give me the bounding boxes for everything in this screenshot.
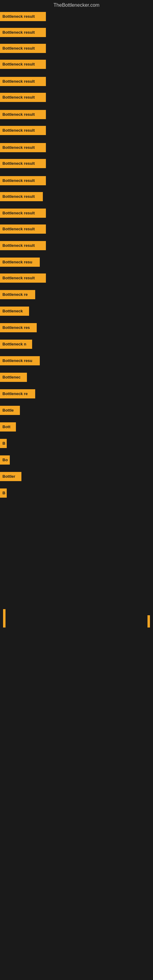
bottleneck-label-1: Bottleneck result [0,28,46,37]
bottleneck-label-17: Bottleneck re [0,290,35,299]
site-title: TheBottlenecker.com [0,0,153,10]
bar-row-5: Bottleneck result [0,93,153,103]
bottleneck-label-29: B [0,488,7,498]
bar-row-2: Bottleneck result [0,44,153,54]
footer-area [0,634,153,695]
bar-row-9: Bottleneck result [0,159,153,169]
bottleneck-label-11: Bottleneck result [0,192,43,201]
bottleneck-label-10: Bottleneck result [0,176,46,185]
bar-row-23: Bottleneck re [0,389,153,400]
bar-row-28: Bottler [0,472,153,482]
bottom-chart [0,511,153,634]
bar-row-29: B [0,488,153,499]
bottleneck-label-14: Bottleneck result [0,241,46,250]
bar-row-22: Bottlenec [0,373,153,383]
bottleneck-label-28: Bottler [0,472,21,481]
bar-row-27: Bo [0,455,153,466]
bottleneck-label-18: Bottleneck [0,307,29,316]
bar-row-16: Bottleneck result [0,274,153,284]
bottleneck-label-22: Bottlenec [0,373,27,382]
bar-row-17: Bottleneck re [0,290,153,301]
bar-row-7: Bottleneck result [0,126,153,136]
bottleneck-label-15: Bottleneck resu [0,258,40,267]
bottleneck-label-12: Bottleneck result [0,208,46,218]
bar-row-24: Bottle [0,406,153,416]
bottleneck-label-7: Bottleneck result [0,126,46,135]
bar-row-3: Bottleneck result [0,60,153,70]
chart-bar-1 [3,609,5,627]
bottleneck-label-13: Bottleneck result [0,224,46,234]
bottleneck-label-19: Bottleneck res [0,323,37,332]
bottleneck-label-6: Bottleneck result [0,110,46,119]
site-title-text: TheBottlenecker.com [54,2,99,8]
bottleneck-label-21: Bottleneck resu [0,356,40,365]
bar-row-18: Bottleneck [0,307,153,317]
bottleneck-label-8: Bottleneck result [0,143,46,152]
bottleneck-label-25: Bott [0,422,16,431]
bottleneck-label-9: Bottleneck result [0,159,46,168]
bar-row-4: Bottleneck result [0,77,153,87]
bar-row-0: Bottleneck result [0,12,153,22]
bars-container: Bottleneck resultBottleneck resultBottle… [0,12,153,499]
bar-row-25: Bott [0,422,153,433]
bottleneck-label-0: Bottleneck result [0,12,46,21]
bar-row-10: Bottleneck result [0,176,153,186]
bar-row-21: Bottleneck resu [0,356,153,367]
bottleneck-label-3: Bottleneck result [0,60,46,69]
bar-row-14: Bottleneck result [0,241,153,251]
bar-row-1: Bottleneck result [0,28,153,38]
bar-row-19: Bottleneck res [0,323,153,334]
bottleneck-label-16: Bottleneck result [0,274,46,283]
bottleneck-label-23: Bottleneck re [0,389,35,398]
bar-row-13: Bottleneck result [0,224,153,235]
chart-bar-2 [148,615,150,627]
bottleneck-label-24: Bottle [0,406,20,415]
bar-row-8: Bottleneck result [0,143,153,153]
bar-row-20: Bottleneck n [0,340,153,350]
bar-row-26: B [0,439,153,449]
bar-row-12: Bottleneck result [0,208,153,219]
bottleneck-label-27: Bo [0,455,10,465]
bottleneck-label-2: Bottleneck result [0,44,46,53]
bottleneck-label-20: Bottleneck n [0,340,32,349]
bottleneck-label-26: B [0,439,7,448]
bar-row-15: Bottleneck resu [0,258,153,268]
bottleneck-label-4: Bottleneck result [0,77,46,86]
bar-row-11: Bottleneck result [0,192,153,202]
bar-row-6: Bottleneck result [0,110,153,120]
bottleneck-label-5: Bottleneck result [0,93,46,102]
